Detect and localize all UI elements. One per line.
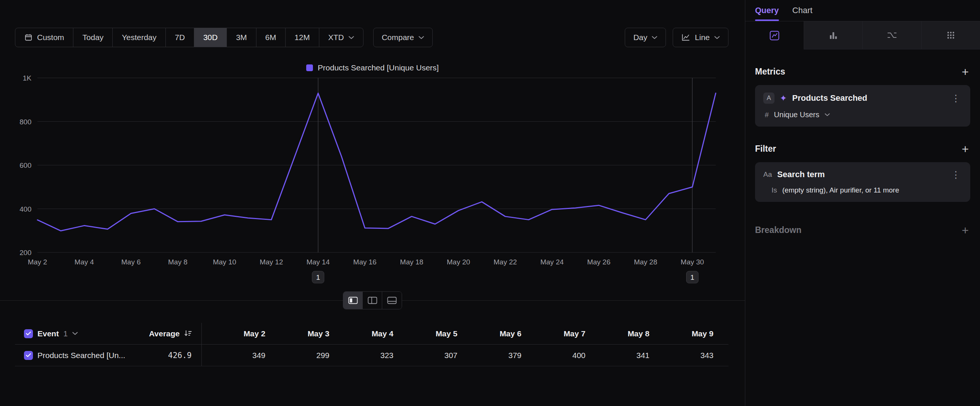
range-yesterday-button[interactable]: Yesterday (113, 28, 166, 47)
range-12m-button[interactable]: 12M (286, 28, 319, 47)
metrics-heading-row: Metrics + (755, 67, 970, 77)
sort-icon[interactable] (184, 330, 192, 337)
average-column-label: Average (149, 329, 180, 338)
compare-button[interactable]: Compare (373, 28, 433, 47)
measure-selector[interactable]: # Unique Users (763, 110, 962, 119)
svg-text:1: 1 (690, 274, 694, 281)
toolbar: Custom Today Yesterday 7D 30D 3M 6M 12M … (15, 28, 729, 47)
view-flows-tab[interactable] (863, 21, 922, 49)
svg-text:600: 600 (19, 161, 32, 169)
chevron-down-icon (652, 36, 657, 39)
view-type-tabs (745, 21, 980, 49)
split-layout-icon (348, 297, 358, 304)
query-sidebar: Query Chart Metrics + A (745, 0, 980, 406)
layout-split-button[interactable] (343, 292, 363, 309)
table-cell: 343 (649, 345, 713, 366)
filter-operator: Is (772, 186, 777, 194)
svg-text:May 20: May 20 (447, 258, 470, 266)
range-today-button[interactable]: Today (73, 28, 113, 47)
breakdown-heading: Breakdown (755, 225, 802, 235)
query-builder: Metrics + A ✦ Products Searched ⋮ # Uniq… (745, 49, 980, 406)
svg-text:May 28: May 28 (634, 258, 657, 266)
layout-toggle-strip (0, 291, 745, 310)
tab-query[interactable]: Query (755, 0, 779, 21)
legend-label: Products Searched [Unique Users] (318, 63, 439, 72)
range-3m-button[interactable]: 3M (227, 28, 256, 47)
chevron-down-icon[interactable] (72, 332, 78, 335)
chart-type-button[interactable]: Line (673, 28, 729, 47)
metric-name: Products Searched (792, 93, 945, 103)
svg-text:May 14: May 14 (307, 258, 330, 266)
insights-icon (769, 30, 780, 41)
add-filter-button[interactable]: + (960, 144, 970, 154)
range-6m-button[interactable]: 6M (256, 28, 286, 47)
measure-label: Unique Users (774, 110, 819, 119)
view-insights-tab[interactable] (745, 21, 804, 49)
range-custom-button[interactable]: Custom (15, 28, 73, 47)
table-cell: 379 (457, 345, 522, 366)
svg-text:May 4: May 4 (75, 258, 94, 266)
svg-text:May 12: May 12 (260, 258, 283, 266)
svg-text:May 18: May 18 (400, 258, 423, 266)
svg-text:May 26: May 26 (587, 258, 610, 266)
range-xtd-button[interactable]: XTD (319, 28, 363, 47)
add-breakdown-button[interactable]: + (960, 226, 970, 235)
metrics-heading: Metrics (755, 67, 785, 77)
main-panel: Custom Today Yesterday 7D 30D 3M 6M 12M … (0, 0, 745, 406)
sparkle-icon: ✦ (780, 93, 787, 103)
series-name[interactable]: Products Searched [Un... (37, 351, 126, 360)
range-30d-button[interactable]: 30D (194, 28, 227, 47)
line-chart-icon (681, 33, 690, 41)
table-cell: 299 (266, 345, 329, 366)
filter-card[interactable]: Aa Search term ⋮ Is (empty string), Air … (755, 162, 970, 202)
legend-swatch (306, 64, 313, 71)
breakdown-table: Event 1 Average May 2 May 3 May 4 May 5 … (15, 323, 729, 366)
line-chart[interactable]: 2004006008001KMay 2May 4May 6May 8May 10… (15, 74, 730, 291)
select-all-checkbox[interactable] (24, 329, 33, 338)
svg-text:May 8: May 8 (168, 258, 188, 266)
add-metric-button[interactable]: + (960, 67, 970, 77)
range-7d-button[interactable]: 7D (166, 28, 194, 47)
svg-text:May 6: May 6 (121, 258, 141, 266)
event-column-label: Event (37, 329, 59, 338)
average-value: 426.9 (168, 351, 192, 360)
table-cell: 307 (393, 345, 457, 366)
tab-chart[interactable]: Chart (792, 0, 813, 21)
svg-text:May 24: May 24 (540, 258, 564, 266)
view-bar-tab[interactable] (804, 21, 863, 49)
layout-table-button[interactable] (382, 292, 402, 309)
grid-dots-icon (945, 30, 956, 41)
chevron-down-icon (825, 113, 830, 116)
table-cell: 400 (522, 345, 585, 366)
filter-value: (empty string), Air purifier, or 11 more (782, 186, 899, 194)
filter-condition[interactable]: Is (empty string), Air purifier, or 11 m… (763, 186, 962, 194)
table-layout-icon (387, 297, 397, 304)
column-header: May 3 (266, 323, 329, 344)
breakdown-heading-row: Breakdown + (755, 225, 970, 235)
view-apps-tab[interactable] (922, 21, 980, 49)
table-cell: 349 (201, 345, 266, 366)
filter-property-name: Search term (777, 170, 945, 179)
metric-menu-button[interactable]: ⋮ (950, 94, 962, 103)
check-icon (26, 331, 31, 336)
layout-chart-button[interactable] (363, 292, 382, 309)
check-icon (26, 353, 31, 357)
table-row: Products Searched [Un... 426.9 349 299 3… (15, 345, 729, 366)
date-range-selector: Custom Today Yesterday 7D 30D 3M 6M 12M … (15, 28, 363, 47)
granularity-button[interactable]: Day (625, 28, 666, 47)
row-checkbox[interactable] (24, 351, 33, 360)
insights-report: Custom Today Yesterday 7D 30D 3M 6M 12M … (0, 0, 980, 406)
chart-legend[interactable]: Products Searched [Unique Users] (0, 63, 745, 73)
chevron-down-icon (348, 36, 354, 39)
event-count: 1 (63, 329, 68, 338)
table-header-row: Event 1 Average May 2 May 3 May 4 May 5 … (15, 323, 729, 345)
filter-menu-button[interactable]: ⋮ (950, 170, 962, 179)
column-header: May 7 (522, 323, 585, 344)
chevron-down-icon (714, 36, 720, 39)
text-type-icon: Aa (763, 170, 772, 179)
column-header: May 9 (649, 323, 713, 344)
metric-card[interactable]: A ✦ Products Searched ⋮ # Unique Users (755, 85, 970, 127)
range-label: Custom (37, 33, 64, 42)
svg-text:May 16: May 16 (353, 258, 377, 266)
svg-text:200: 200 (19, 249, 32, 256)
